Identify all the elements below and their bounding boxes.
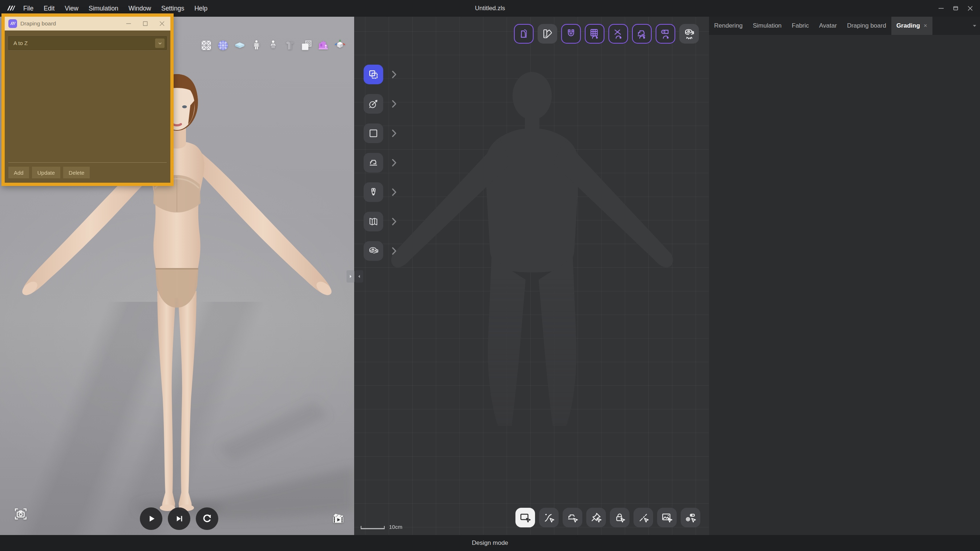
sort-dropdown[interactable]: A to Z — [8, 36, 167, 50]
magnet-snap-button[interactable] — [561, 24, 581, 44]
menu-file[interactable]: File — [23, 4, 33, 13]
fabric-roll-icon — [659, 28, 671, 40]
chevron-right-icon[interactable] — [388, 127, 400, 139]
draping-board-panel[interactable]: Draping board A to Z AddUpdateDelete — [2, 13, 173, 186]
tab-close-icon[interactable]: × — [924, 22, 928, 29]
select-curve-icon — [542, 511, 555, 524]
select-image-button[interactable] — [657, 508, 677, 527]
pattern-mesh-toggle[interactable] — [200, 39, 213, 52]
tab-simulation[interactable]: Simulation — [748, 17, 786, 35]
chevron-right-icon[interactable] — [388, 216, 400, 228]
select-button-button[interactable] — [681, 508, 700, 527]
tape-lash-button[interactable] — [679, 24, 699, 44]
tab-rendering[interactable]: Rendering — [709, 17, 748, 35]
menu-help[interactable]: Help — [194, 4, 207, 13]
menu-settings[interactable]: Settings — [161, 4, 184, 13]
seam-machine-button[interactable] — [632, 24, 652, 44]
snapshot-button[interactable] — [13, 506, 29, 522]
record-button[interactable] — [331, 511, 346, 526]
statusbar: Design mode — [0, 535, 980, 551]
select-box-button[interactable] — [515, 508, 535, 527]
window-close-button[interactable] — [964, 2, 976, 14]
panel-maximize-button[interactable] — [141, 20, 149, 28]
pattern-opacity-icon — [301, 39, 313, 52]
select-transform-button[interactable] — [364, 65, 383, 84]
chevron-right-icon[interactable] — [388, 68, 400, 80]
chevron-right-icon[interactable] — [388, 157, 400, 169]
select-seam-button[interactable] — [563, 508, 582, 527]
play-button[interactable] — [140, 507, 162, 530]
sew-tool-button[interactable] — [364, 153, 383, 172]
reset-button[interactable] — [196, 507, 218, 530]
draping-board-titlebar[interactable]: Draping board — [5, 17, 170, 30]
notch-cut-button[interactable] — [608, 24, 628, 44]
tab-grading[interactable]: Grading× — [891, 17, 932, 35]
menu-window[interactable]: Window — [129, 4, 151, 13]
video-record-icon — [331, 511, 346, 526]
chevron-right-icon[interactable] — [388, 245, 400, 257]
select-button-icon — [684, 511, 697, 524]
chevron-right-icon[interactable] — [388, 186, 400, 198]
select-pin-button[interactable] — [586, 508, 606, 527]
fold-tool-icon — [368, 216, 379, 228]
panel-close-button[interactable] — [158, 20, 166, 28]
color-swatches-button[interactable] — [538, 24, 557, 44]
zipper-tool-button[interactable] — [364, 182, 383, 202]
window-controls — [935, 0, 976, 17]
pen-curve-button[interactable] — [364, 94, 383, 114]
tab-label: Grading — [896, 22, 920, 29]
tape-tool-button[interactable] — [364, 241, 383, 261]
window-minimize-button[interactable] — [935, 2, 947, 14]
select-curve-button[interactable] — [539, 508, 558, 527]
tab-label: Draping board — [847, 22, 886, 29]
menu-edit[interactable]: Edit — [44, 4, 54, 13]
add-button[interactable]: Add — [8, 167, 29, 178]
garment-toggle[interactable] — [284, 39, 296, 52]
magnet-snap-icon — [565, 28, 577, 40]
pen-curve-row — [364, 94, 400, 114]
panel-2d[interactable]: 10cm — [354, 17, 709, 535]
select-lock-icon — [613, 511, 626, 524]
select-line-button[interactable] — [633, 508, 653, 527]
select-box-icon — [519, 511, 532, 524]
sewing-machine-toggle[interactable] — [317, 39, 329, 52]
draping-board-footer: AddUpdateDelete — [8, 162, 167, 183]
collapse-left-button[interactable] — [355, 270, 363, 283]
avatar-accessory-toggle[interactable] — [267, 39, 279, 52]
collapse-right-icon — [347, 273, 354, 280]
chevron-right-icon[interactable] — [388, 98, 400, 110]
fold-tool-button[interactable] — [364, 212, 383, 231]
rect-tool-button[interactable] — [364, 124, 383, 143]
avatar-tape-toggle[interactable] — [250, 39, 262, 52]
tab-overflow-icon[interactable] — [971, 22, 978, 29]
pattern-opacity-toggle[interactable] — [301, 39, 313, 52]
tab-label: Rendering — [714, 22, 743, 29]
grid-toggle-icon — [589, 28, 601, 40]
menu-simulation[interactable]: Simulation — [89, 4, 118, 13]
pattern-seamline-button[interactable] — [514, 24, 534, 44]
tab-avatar[interactable]: Avatar — [814, 17, 842, 35]
delete-button[interactable]: Delete — [63, 167, 90, 178]
scale-bar — [361, 526, 385, 529]
panel-logo — [8, 19, 17, 28]
floor-plane-toggle[interactable] — [234, 39, 246, 52]
grid-toggle-button[interactable] — [585, 24, 605, 44]
update-button[interactable]: Update — [32, 167, 60, 178]
tab-fabric[interactable]: Fabric — [787, 17, 814, 35]
pattern-mesh-icon — [200, 39, 213, 52]
viewport-collapse-handle — [347, 270, 363, 283]
panel-minimize-button[interactable] — [124, 20, 132, 28]
select-lock-button[interactable] — [610, 508, 630, 527]
mesh-sphere-toggle[interactable] — [217, 39, 229, 52]
reset-icon — [201, 513, 213, 525]
collapse-right-button[interactable] — [347, 270, 355, 283]
menu-view[interactable]: View — [65, 4, 78, 13]
tape-lash-icon — [683, 28, 695, 40]
window-maximize-button[interactable] — [950, 2, 962, 14]
draping-board-list-area[interactable] — [5, 50, 170, 162]
play-next-button[interactable] — [168, 507, 190, 530]
tab-draping-board[interactable]: Draping board — [842, 17, 891, 35]
gizmo-cube-toggle[interactable] — [334, 39, 346, 52]
sort-dropdown-button[interactable] — [155, 38, 165, 48]
fabric-roll-button[interactable] — [655, 24, 675, 44]
